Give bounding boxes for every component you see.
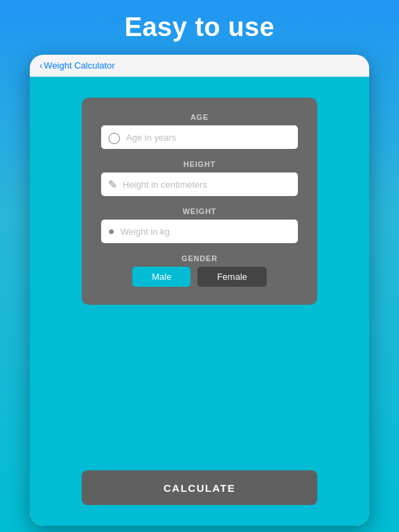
status-bar: ‹ Weight Calculator xyxy=(30,55,369,77)
device-frame: ‹ Weight Calculator AGE ◯ HEIGHT ✎ xyxy=(30,55,369,526)
page-title: Easy to use xyxy=(125,12,275,42)
weight-icon: ● xyxy=(108,225,115,238)
age-input[interactable] xyxy=(126,132,291,143)
back-button[interactable]: ‹ Weight Calculator xyxy=(39,60,115,71)
pencil-icon: ✎ xyxy=(108,178,117,191)
height-label: HEIGHT xyxy=(101,160,298,168)
weight-label: WEIGHT xyxy=(101,207,298,215)
weight-input[interactable] xyxy=(121,227,291,237)
calculate-button[interactable]: CALCULATE xyxy=(82,470,317,505)
female-button[interactable]: Female xyxy=(197,267,266,287)
form-card: AGE ◯ HEIGHT ✎ WEIGHT ● xyxy=(82,98,317,305)
gender-label: GENDER xyxy=(101,254,298,263)
age-input-wrapper: ◯ xyxy=(101,125,298,149)
height-input-wrapper: ✎ xyxy=(101,172,298,196)
height-field-group: HEIGHT ✎ xyxy=(101,160,298,196)
chevron-left-icon: ‹ xyxy=(39,60,42,71)
gender-row: Male Female xyxy=(101,267,298,287)
age-label: AGE xyxy=(101,113,298,121)
gender-field-group: GENDER Male Female xyxy=(101,254,298,287)
screen-content: AGE ◯ HEIGHT ✎ WEIGHT ● xyxy=(30,77,369,526)
male-button[interactable]: Male xyxy=(132,267,190,287)
age-field-group: AGE ◯ xyxy=(101,113,298,149)
height-input[interactable] xyxy=(123,179,291,190)
weight-input-wrapper: ● xyxy=(101,220,298,243)
person-icon: ◯ xyxy=(108,131,121,144)
weight-field-group: WEIGHT ● xyxy=(101,207,298,243)
back-label: Weight Calculator xyxy=(44,60,114,71)
